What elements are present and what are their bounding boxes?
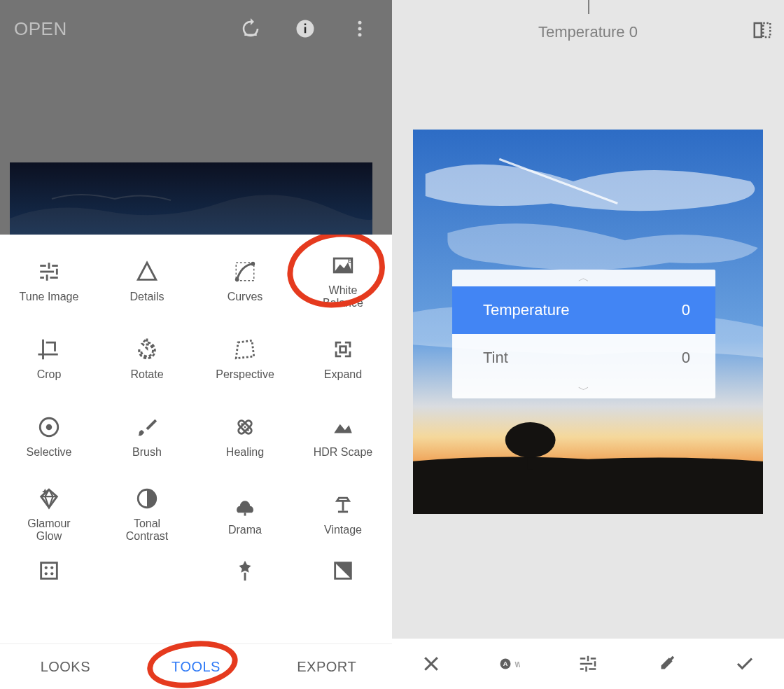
- tool-crop[interactable]: Crop: [0, 318, 98, 396]
- svg-rect-40: [755, 23, 762, 37]
- tool-frames[interactable]: [0, 551, 98, 593]
- hdr-icon: [331, 415, 355, 439]
- frames-icon: [37, 559, 61, 583]
- slider-name: Tint: [483, 349, 508, 367]
- slider-row-tint[interactable]: Tint 0: [452, 334, 715, 382]
- svg-rect-2: [304, 27, 307, 34]
- tool-glamour-glow[interactable]: GlamourGlow: [0, 473, 98, 551]
- slider-value: 0: [682, 349, 690, 367]
- tool-retrolux[interactable]: [98, 551, 196, 593]
- svg-rect-13: [40, 277, 44, 279]
- eyedropper-button[interactable]: [627, 653, 706, 674]
- svg-point-37: [50, 572, 53, 575]
- cancel-button[interactable]: [392, 653, 470, 674]
- tool-drama[interactable]: Drama: [196, 473, 294, 551]
- more-icon[interactable]: [342, 11, 378, 47]
- svg-rect-54: [585, 667, 587, 672]
- perspective-icon: [233, 337, 257, 361]
- tool-expand[interactable]: Expand: [294, 318, 392, 396]
- svg-point-23: [46, 424, 52, 430]
- svg-rect-11: [56, 268, 58, 274]
- tools-grid: Tune Image Details Curves B WhiteBalance: [0, 235, 392, 643]
- svg-rect-38: [244, 573, 246, 580]
- history-icon[interactable]: [232, 11, 269, 47]
- tool-healing[interactable]: Healing: [196, 396, 294, 473]
- tool-white-balance[interactable]: B WhiteBalance: [294, 240, 392, 318]
- svg-point-28: [247, 429, 249, 431]
- drama-icon: [233, 493, 257, 517]
- svg-rect-52: [594, 661, 596, 667]
- tool-grunge[interactable]: [196, 551, 294, 593]
- svg-point-34: [45, 566, 48, 569]
- svg-point-4: [358, 21, 362, 25]
- tool-label: Selective: [27, 446, 72, 459]
- parameter-readout: Temperature 0: [392, 0, 784, 46]
- crop-icon: [37, 337, 61, 361]
- svg-text:W: W: [515, 660, 521, 669]
- svg-rect-15: [50, 277, 57, 279]
- svg-point-17: [235, 277, 239, 281]
- svg-rect-49: [587, 656, 589, 662]
- tool-rotate[interactable]: Rotate: [98, 318, 196, 396]
- svg-rect-3: [304, 24, 307, 26]
- tool-hdr-scape[interactable]: HDR Scape: [294, 396, 392, 473]
- tool-label: Brush: [132, 446, 162, 459]
- tool-details[interactable]: Details: [98, 240, 196, 318]
- slider-row-temperature[interactable]: Temperature 0: [452, 286, 715, 334]
- tool-label: GlamourGlow: [27, 517, 70, 543]
- tool-label: Drama: [228, 524, 262, 536]
- brush-icon: [135, 415, 159, 439]
- tune-icon: [37, 260, 61, 284]
- tool-label: Tune Image: [20, 291, 79, 303]
- healing-icon: [233, 415, 257, 439]
- right-panel: Temperature 0: [392, 0, 784, 689]
- tab-tools[interactable]: TOOLS: [131, 644, 262, 689]
- vintage-icon: [331, 493, 355, 517]
- sliders-icon: [578, 653, 598, 674]
- parameter-overlay[interactable]: ︿ Temperature 0 Tint 0 ﹀: [452, 270, 715, 398]
- open-button[interactable]: OPEN: [14, 18, 67, 40]
- svg-rect-30: [244, 513, 246, 515]
- tools-sheet: Tune Image Details Curves B WhiteBalance: [0, 235, 392, 689]
- svg-rect-7: [40, 265, 46, 267]
- tool-tune-image[interactable]: Tune Image: [0, 240, 98, 318]
- svg-text:A: A: [503, 660, 508, 667]
- auto-wb-button[interactable]: A W: [470, 653, 549, 674]
- left-image-preview: OPEN: [0, 0, 392, 235]
- tool-label: Curves: [227, 291, 263, 303]
- tool-selective[interactable]: Selective: [0, 396, 98, 473]
- tool-bw[interactable]: [294, 551, 392, 593]
- apply-button[interactable]: [706, 653, 784, 674]
- compare-icon[interactable]: [752, 20, 773, 45]
- tool-brush[interactable]: Brush: [98, 396, 196, 473]
- bottom-tabs: LOOKS TOOLS EXPORT: [0, 643, 392, 689]
- tool-tonal-contrast[interactable]: TonalContrast: [98, 473, 196, 551]
- tab-export[interactable]: EXPORT: [261, 644, 392, 689]
- slider-value: 0: [682, 301, 690, 319]
- slider-tick: [588, 0, 589, 14]
- tool-curves[interactable]: Curves: [196, 240, 294, 318]
- svg-rect-14: [46, 274, 48, 281]
- tool-vintage[interactable]: Vintage: [294, 473, 392, 551]
- tool-label: Expand: [324, 368, 362, 381]
- tab-looks[interactable]: LOOKS: [0, 644, 131, 689]
- chevron-down-icon: ﹀: [452, 382, 715, 398]
- svg-rect-10: [40, 270, 54, 272]
- chevron-up-icon: ︿: [452, 270, 715, 286]
- svg-rect-9: [52, 265, 58, 267]
- svg-point-36: [45, 572, 48, 575]
- auto-wb-icon: A W: [499, 653, 520, 674]
- adjust-button[interactable]: [549, 653, 627, 674]
- right-bottom-bar: A W: [392, 639, 784, 689]
- grunge-icon: [233, 559, 257, 583]
- info-icon[interactable]: [287, 11, 323, 47]
- tool-label: Crop: [37, 368, 62, 381]
- tool-label: Healing: [226, 446, 264, 459]
- svg-rect-33: [41, 563, 57, 579]
- tool-perspective[interactable]: Perspective: [196, 318, 294, 396]
- svg-point-35: [50, 566, 53, 569]
- tool-label: Details: [130, 291, 164, 303]
- svg-rect-32: [338, 510, 348, 513]
- right-canvas[interactable]: ︿ Temperature 0 Tint 0 ﹀: [392, 46, 784, 639]
- tonal-icon: [135, 487, 159, 510]
